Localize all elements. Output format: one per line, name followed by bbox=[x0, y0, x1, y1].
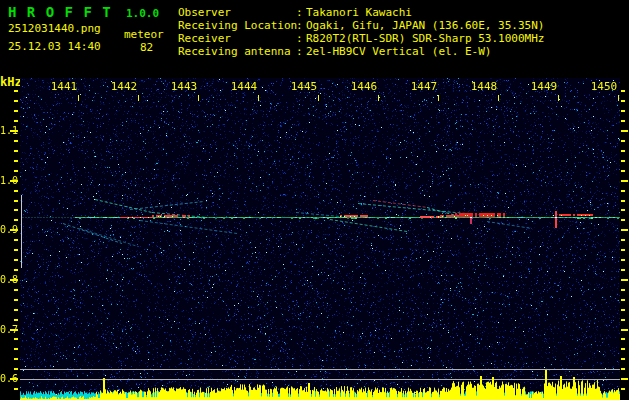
freq-tick-left bbox=[14, 190, 18, 192]
station-info-block: Observer : Takanori Kawachi Receiving Lo… bbox=[178, 6, 544, 58]
info-separator: : bbox=[296, 19, 306, 32]
freq-tick-left bbox=[14, 338, 18, 340]
info-value: 2el-HB9CV Vertical (el. E-W) bbox=[306, 45, 491, 58]
freq-axis-unit: kHz bbox=[0, 75, 22, 89]
freq-tick-left bbox=[14, 219, 18, 221]
info-separator: : bbox=[296, 45, 306, 58]
freq-axis-label: 1.0 bbox=[0, 175, 15, 187]
freq-tick-right bbox=[621, 90, 625, 92]
app-title: H R O F F T bbox=[8, 4, 112, 20]
info-row-antenna: Receiving antenna : 2el-HB9CV Vertical (… bbox=[178, 45, 544, 58]
freq-tick-right bbox=[621, 368, 625, 370]
freq-axis-label: 0.7 bbox=[0, 324, 15, 336]
time-axis-label: 1444 bbox=[228, 80, 260, 93]
freq-tick-right bbox=[621, 120, 625, 122]
info-label: Receiver bbox=[178, 32, 296, 45]
freq-tick-left bbox=[14, 160, 18, 162]
time-axis-label: 1443 bbox=[168, 80, 200, 93]
time-axis-label: 1448 bbox=[468, 80, 500, 93]
freq-tick-right bbox=[621, 319, 625, 321]
freq-tick-right bbox=[621, 229, 628, 231]
echo-count: 82 bbox=[140, 41, 153, 54]
freq-tick-left bbox=[14, 348, 18, 350]
freq-tick-left bbox=[14, 140, 18, 142]
freq-tick-right bbox=[621, 170, 625, 172]
freq-tick-right bbox=[621, 269, 625, 271]
freq-tick-right bbox=[621, 299, 625, 301]
freq-tick-right bbox=[621, 329, 628, 331]
time-axis-label: 1442 bbox=[108, 80, 140, 93]
time-axis-label: 1449 bbox=[528, 80, 560, 93]
freq-tick-right bbox=[621, 100, 625, 102]
freq-tick-right bbox=[621, 338, 625, 340]
freq-tick-right bbox=[621, 239, 625, 241]
freq-tick-right bbox=[621, 358, 625, 360]
freq-tick-right bbox=[621, 160, 625, 162]
info-value: Ogaki, Gifu, JAPAN (136.60E, 35.35N) bbox=[306, 19, 544, 32]
freq-tick-left bbox=[14, 319, 18, 321]
datetime-label: 25.12.03 14:40 bbox=[8, 40, 101, 53]
info-label: Receiving antenna bbox=[178, 45, 296, 58]
freq-tick-left bbox=[14, 368, 18, 370]
freq-tick-right bbox=[621, 378, 628, 380]
hrofft-window: H R O F F T 1.0.0 2512031440.png meteor … bbox=[0, 0, 629, 400]
time-axis-label: 1447 bbox=[408, 80, 440, 93]
output-filename: 2512031440.png bbox=[8, 22, 101, 35]
freq-tick-left bbox=[14, 100, 18, 102]
freq-tick-left bbox=[14, 120, 18, 122]
freq-tick-right bbox=[621, 180, 628, 182]
info-separator: : bbox=[296, 32, 306, 45]
freq-tick-right bbox=[621, 259, 625, 261]
freq-tick-right bbox=[621, 140, 625, 142]
freq-tick-left bbox=[14, 90, 18, 92]
freq-tick-right bbox=[621, 110, 625, 112]
freq-tick-right bbox=[621, 279, 628, 281]
freq-tick-left bbox=[14, 299, 18, 301]
freq-tick-left bbox=[14, 170, 18, 172]
freq-tick-right bbox=[621, 249, 625, 251]
freq-tick-right bbox=[621, 190, 625, 192]
freq-tick-left bbox=[14, 200, 18, 202]
info-label: Receiving Location bbox=[178, 19, 296, 32]
time-axis-label: 1450 bbox=[588, 80, 620, 93]
freq-tick-right bbox=[621, 130, 628, 132]
info-row-receiver: Receiver : R820T2(RTL-SDR) SDR-Sharp 53.… bbox=[178, 32, 544, 45]
freq-axis-label: 0.8 bbox=[0, 274, 15, 286]
freq-tick-left bbox=[14, 388, 18, 390]
app-version: 1.0.0 bbox=[126, 7, 159, 20]
freq-axis-label: 0.9 bbox=[0, 224, 15, 236]
freq-tick-left bbox=[14, 269, 18, 271]
freq-tick-left bbox=[14, 249, 18, 251]
freq-tick-right bbox=[621, 309, 625, 311]
freq-tick-right bbox=[621, 289, 625, 291]
freq-tick-right bbox=[621, 209, 625, 211]
freq-tick-left bbox=[14, 110, 18, 112]
mode-label: meteor bbox=[124, 28, 164, 41]
freq-axis-label: 1.1 bbox=[0, 125, 15, 137]
freq-tick-right bbox=[621, 150, 625, 152]
info-label: Observer bbox=[178, 6, 296, 19]
freq-tick-right bbox=[621, 200, 625, 202]
spectrogram-display bbox=[20, 78, 620, 400]
info-value: R820T2(RTL-SDR) SDR-Sharp 53.1000MHz bbox=[306, 32, 544, 45]
freq-tick-right bbox=[621, 388, 625, 390]
freq-tick-left bbox=[14, 358, 18, 360]
freq-tick-left bbox=[14, 150, 18, 152]
freq-tick-left bbox=[14, 309, 18, 311]
time-axis-label: 1445 bbox=[288, 80, 320, 93]
freq-tick-right bbox=[621, 219, 625, 221]
time-axis-label: 1441 bbox=[48, 80, 80, 93]
info-row-location: Receiving Location : Ogaki, Gifu, JAPAN … bbox=[178, 19, 544, 32]
info-separator: : bbox=[296, 6, 306, 19]
info-value: Takanori Kawachi bbox=[306, 6, 412, 19]
info-row-observer: Observer : Takanori Kawachi bbox=[178, 6, 544, 19]
time-axis-label: 1446 bbox=[348, 80, 380, 93]
freq-tick-right bbox=[621, 348, 625, 350]
freq-tick-left bbox=[14, 239, 18, 241]
freq-tick-left bbox=[14, 259, 18, 261]
freq-tick-left bbox=[14, 209, 18, 211]
freq-axis-label: 0.6 bbox=[0, 373, 15, 385]
freq-tick-left bbox=[14, 289, 18, 291]
